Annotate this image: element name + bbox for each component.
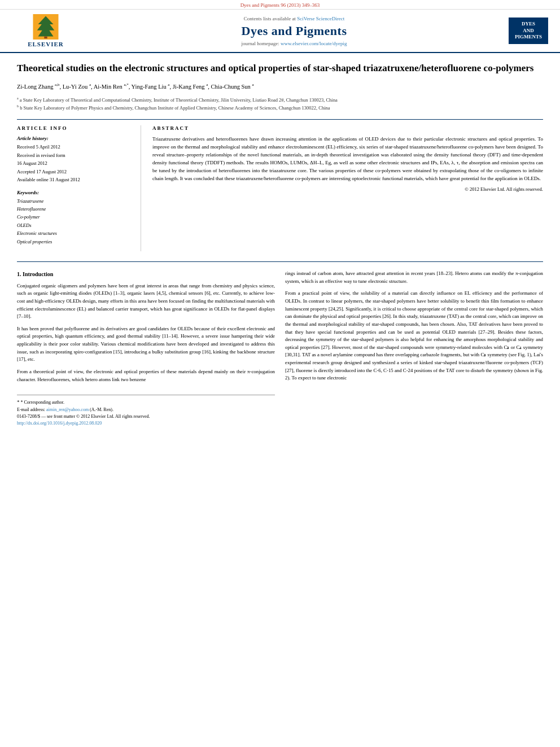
- homepage-label: journal homepage:: [242, 41, 279, 46]
- body-para-1: Conjugated organic oligomers and polymer…: [17, 282, 275, 321]
- keyword-1: Triazatruxene: [17, 197, 133, 205]
- affiliation-b-text: b State Key Laboratory of Polymer Physic…: [20, 105, 330, 111]
- abstract-col: ABSTRACT Triazatruxene derivatives and h…: [152, 125, 543, 251]
- received-date: Received 5 April 2012: [17, 143, 133, 151]
- article-title: Theoretical studies on the electronic st…: [17, 62, 543, 75]
- article-history: Article history: Received 5 April 2012 R…: [17, 136, 133, 184]
- abstract-label: ABSTRACT: [152, 125, 543, 131]
- footnote-email-label: E-mail address:: [17, 407, 45, 412]
- history-subhead: Article history:: [17, 136, 133, 141]
- journal-header-center: Contents lists available at SciVerse Sci…: [88, 16, 500, 46]
- footnote-area: * * Corresponding author. E-mail address…: [17, 395, 275, 427]
- body-col-right: rings instead of carbon atom, have attra…: [285, 270, 543, 427]
- footnote-email: aimin_ren@yahoo.com: [46, 407, 89, 412]
- article-authors: Zi-Long Zhang a,b, Lu-Yi Zou a, Ai-Min R…: [17, 82, 543, 91]
- elsevier-logo: ELSEVIER: [28, 14, 64, 47]
- keywords-list: Triazatruxene Heterofluorene Co-polymer …: [17, 197, 133, 246]
- sciverse-text: Contents lists available at: [244, 16, 296, 21]
- journal-ref-top: Dyes and Pigments 96 (2013) 349–363: [240, 2, 320, 8]
- footnote-email-person: (A.-M. Ren).: [90, 407, 113, 412]
- sciverse-line: Contents lists available at SciVerse Sci…: [88, 16, 500, 21]
- doi-line: http://dx.doi.org/10.1016/j.dyepig.2012.…: [17, 420, 275, 427]
- body-para-3: From a theoretical point of view, the el…: [17, 368, 275, 383]
- journal-logo-box: DYESANDPIGMENTS: [509, 18, 548, 44]
- abstract-text: Triazatruxene derivatives and heterofluo…: [152, 136, 543, 183]
- intro-heading: 1. Introduction: [17, 270, 275, 279]
- article-container: Theoretical studies on the electronic st…: [0, 53, 560, 438]
- available-date: Available online 31 August 2012: [17, 176, 133, 184]
- footnote-star-text: * Corresponding author.: [21, 400, 65, 405]
- journal-homepage: journal homepage: www.elsevier.com/locat…: [88, 41, 500, 46]
- journal-logo-right: DYESANDPIGMENTS: [506, 18, 551, 44]
- article-info-col: ARTICLE INFO Article history: Received 5…: [17, 125, 141, 251]
- journal-title: Dyes and Pigments: [88, 24, 500, 38]
- elsevier-wordmark: ELSEVIER: [28, 41, 64, 47]
- body-para-r2: From a practical point of view, the solu…: [285, 290, 543, 382]
- affiliations: a a State Key Laboratory of Theoretical …: [17, 96, 543, 111]
- article-info-label: ARTICLE INFO: [17, 125, 133, 131]
- keyword-5: Electronic structures: [17, 229, 133, 237]
- keyword-3: Co-polymer: [17, 213, 133, 221]
- copyright: © 2012 Elsevier Ltd. All rights reserved…: [152, 186, 543, 192]
- footnote-email-line: E-mail address: aimin_ren@yahoo.com (A.-…: [17, 407, 275, 413]
- body-para-r1: rings instead of carbon atom, have attra…: [285, 270, 543, 285]
- history-dates: Received 5 April 2012 Received in revise…: [17, 143, 133, 184]
- doi-link[interactable]: http://dx.doi.org/10.1016/j.dyepig.2012.…: [17, 421, 102, 426]
- received-revised-label: Received in revised form: [17, 151, 133, 159]
- svg-rect-2: [44, 37, 47, 39]
- journal-top-bar: Dyes and Pigments 96 (2013) 349–363: [0, 0, 560, 10]
- elsevier-tree-icon: [32, 14, 60, 40]
- body-para-2: It has been proved that polyfluorene and…: [17, 325, 275, 364]
- received-revised-date: 16 August 2012: [17, 159, 133, 167]
- issn-text: 0143-7208/$ — see front matter © 2012 El…: [17, 414, 150, 419]
- affiliation-a-text: a State Key Laboratory of Theoretical an…: [20, 97, 338, 103]
- keyword-4: OLEDs: [17, 221, 133, 229]
- homepage-url: www.elsevier.com/locate/dyepig: [281, 41, 347, 46]
- accepted-date: Accepted 17 August 2012: [17, 168, 133, 176]
- sciverse-link[interactable]: SciVerse ScienceDirect: [297, 16, 344, 21]
- footnote-corresponding: * * Corresponding author.: [17, 399, 275, 407]
- affiliation-a: a a State Key Laboratory of Theoretical …: [17, 96, 543, 104]
- issn-line: 0143-7208/$ — see front matter © 2012 El…: [17, 413, 275, 420]
- affiliation-b: b b State Key Laboratory of Polymer Phys…: [17, 104, 543, 112]
- keywords-group: Keywords: Triazatruxene Heterofluorene C…: [17, 190, 133, 246]
- keywords-label: Keywords:: [17, 190, 133, 195]
- body-col-left: 1. Introduction Conjugated organic oligo…: [17, 270, 275, 427]
- keyword-2: Heterofluorene: [17, 205, 133, 213]
- footnote-star: *: [17, 399, 20, 405]
- article-info-abstract: ARTICLE INFO Article history: Received 5…: [17, 119, 543, 251]
- journal-header: ELSEVIER Contents lists available at Sci…: [0, 10, 560, 53]
- body-columns: 1. Introduction Conjugated organic oligo…: [17, 261, 543, 427]
- elsevier-logo-area: ELSEVIER: [9, 14, 82, 47]
- keyword-6: Optical properties: [17, 238, 133, 246]
